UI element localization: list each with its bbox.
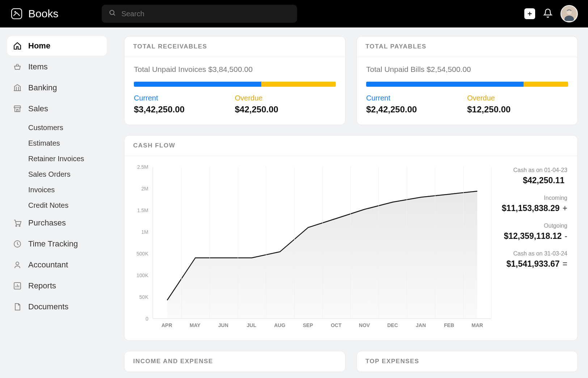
store-icon [13,104,22,113]
outgoing-stat: Outgoing $12,359,118.12- [501,223,567,241]
x-axis-tick: JAN [407,322,435,333]
sidebar-item-time-tracking[interactable]: Time Tracking [7,234,107,254]
income-expense-card: INCOME AND EXPENSE [124,351,346,372]
overdue-label: Overdue [467,94,568,102]
sidebar-item-label: Items [28,62,48,72]
x-axis-tick: APR [153,322,181,333]
sidebar-item-accountant[interactable]: Accountant [7,255,107,275]
y-axis-tick: 0 [145,316,148,322]
clock-icon [13,240,22,248]
svg-point-10 [19,225,20,227]
x-axis-tick: MAR [463,322,491,333]
sidebar-item-label: Accountant [28,260,68,270]
bank-icon [13,83,22,92]
y-axis-tick: 100K [136,272,148,278]
svg-rect-0 [12,9,22,19]
cashflow-chart: 2.5M2M1.5M1M500K100K50K0 APRMAYJUNJULAUG… [131,167,491,333]
overdue-label: Overdue [235,94,336,102]
cash-end-stat: Cash as on 31-03-24 $1,541,933.67= [501,250,567,269]
x-axis-tick: OCT [322,322,350,333]
sidebar-item-documents[interactable]: Documents [7,297,107,317]
x-axis-tick: AUG [266,322,294,333]
svg-line-3 [114,14,115,16]
home-icon [13,42,22,50]
chart-icon [13,282,22,290]
payables-bar [366,82,568,87]
app-name: Books [28,8,58,20]
user-avatar[interactable] [560,5,578,22]
x-axis-tick: MAY [181,322,209,333]
card-title: TOP EXPENSES [357,351,578,372]
top-expenses-card: TOP EXPENSES [356,351,578,372]
receivables-card: TOTAL RECEIVABLES Total Unpaid Invoices … [124,36,346,125]
x-axis-tick: NOV [350,322,378,333]
sidebar-sub-invoices[interactable]: Invoices [7,182,107,198]
unpaid-invoices-line: Total Unpaid Invoices $3,84,500.00 [134,65,336,74]
notifications-button[interactable] [543,8,553,19]
document-icon [13,302,22,311]
search-icon [109,9,116,18]
overdue-value: $42,250.00 [235,104,336,115]
payables-overdue-bar [524,82,568,87]
y-axis-tick: 50K [139,294,148,300]
sidebar-item-sales[interactable]: Sales [7,99,107,119]
payables-card: TOTAL PAYABLES Total Unpaid Bills $2,54,… [356,36,578,125]
y-axis-tick: 500K [136,251,148,257]
receivables-bar [134,82,336,87]
sidebar-item-label: Banking [28,83,57,93]
receivables-current-bar [134,82,261,87]
sidebar-sub-retainer-invoices[interactable]: Retainer Invoices [7,151,107,167]
search-input[interactable] [121,10,290,18]
cashflow-card: CASH FLOW 2.5M2M1.5M1M500K100K50K0 APRMA… [124,135,578,341]
current-label: Current [134,94,235,102]
add-button[interactable] [524,8,535,19]
x-axis-tick: SEP [294,322,322,333]
svg-point-9 [16,225,17,227]
sidebar-sub-sales-orders[interactable]: Sales Orders [7,167,107,182]
sidebar-item-label: Home [28,41,50,51]
sidebar: Home Items Banking Sales Customers Estim… [0,27,114,378]
sidebar-sub-credit-notes[interactable]: Credit Notes [7,198,107,213]
card-title: TOTAL PAYABLES [357,36,578,57]
basket-icon [13,63,22,71]
search-box[interactable] [102,5,297,23]
sidebar-item-home[interactable]: Home [7,36,107,56]
sidebar-sub-estimates[interactable]: Estimates [7,136,107,151]
current-value: $3,42,250.00 [134,104,235,115]
x-axis-tick: JUN [209,322,237,333]
x-axis-tick: FEB [435,322,463,333]
sidebar-item-banking[interactable]: Banking [7,78,107,98]
sidebar-item-label: Sales [28,104,48,113]
card-title: TOTAL RECEIVABLES [124,36,345,57]
sidebar-sub-customers[interactable]: Customers [7,120,107,136]
y-axis-tick: 1.5M [137,207,148,213]
payables-current-bar [366,82,524,87]
svg-point-1 [14,11,16,13]
svg-point-12 [16,262,19,265]
sidebar-item-label: Reports [28,281,56,291]
logo[interactable]: Books [10,7,58,20]
books-logo-icon [10,7,23,20]
overdue-value: $12,250.00 [467,104,568,115]
sidebar-item-purchases[interactable]: Purchases [7,213,107,233]
top-bar: Books [0,0,588,27]
sidebar-item-items[interactable]: Items [7,57,107,77]
cart-icon [13,219,22,227]
sidebar-item-label: Documents [28,302,68,312]
sidebar-item-label: Time Tracking [28,239,78,249]
sidebar-item-label: Purchases [28,218,66,228]
y-axis-tick: 1M [141,229,148,235]
card-title: CASH FLOW [124,136,578,156]
svg-point-2 [110,10,114,15]
y-axis-tick: 2.5M [137,164,148,170]
accountant-icon [13,261,22,269]
current-value: $2,42,250.00 [366,104,467,115]
receivables-overdue-bar [261,82,336,87]
cashflow-stats: Cash as on 01-04-23 $42,250.11 Incoming … [491,167,567,333]
incoming-stat: Incoming $11,153,838.29+ [501,195,567,213]
sidebar-item-reports[interactable]: Reports [7,276,107,296]
x-axis-tick: JUL [237,322,266,333]
cash-begin-stat: Cash as on 01-04-23 $42,250.11 [501,167,567,185]
x-axis-tick: DEC [378,322,407,333]
y-axis-tick: 2M [141,186,148,192]
